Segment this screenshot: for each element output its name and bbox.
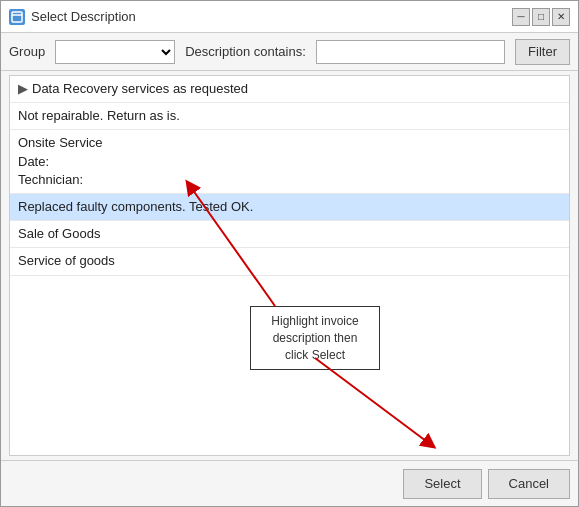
title-controls: ─ □ ✕ (512, 8, 570, 26)
description-input[interactable] (316, 40, 505, 64)
content-area: ▶ Data Recovery services as requested No… (9, 75, 570, 456)
list-item[interactable]: Onsite ServiceDate:Technician: (10, 130, 569, 194)
arrow-indicator: ▶ (18, 80, 28, 98)
select-description-window: Select Description ─ □ ✕ Group Descripti… (0, 0, 579, 507)
select-button[interactable]: Select (403, 469, 481, 499)
list-item-text: Replaced faulty components. Tested OK. (18, 199, 253, 214)
group-label: Group (9, 44, 45, 59)
annotation-text: Highlight invoice description then click… (271, 314, 358, 362)
close-button[interactable]: ✕ (552, 8, 570, 26)
list-item-selected[interactable]: Replaced faulty components. Tested OK. (10, 194, 569, 221)
list-item[interactable]: Service of goods (10, 248, 569, 275)
group-select[interactable] (55, 40, 175, 64)
list-item-text: Service of goods (18, 253, 115, 268)
list-item[interactable]: Sale of Goods (10, 221, 569, 248)
filter-button[interactable]: Filter (515, 39, 570, 65)
window-title: Select Description (31, 9, 136, 24)
toolbar: Group Description contains: Filter (1, 33, 578, 71)
description-contains-label: Description contains: (185, 44, 306, 59)
svg-line-3 (315, 358, 430, 444)
annotation-box: Highlight invoice description then click… (250, 306, 380, 370)
list-item[interactable]: Not repairable. Return as is. (10, 103, 569, 130)
footer: Select Cancel (1, 460, 578, 506)
list-item[interactable]: ▶ Data Recovery services as requested (10, 76, 569, 103)
window-icon (9, 9, 25, 25)
svg-rect-0 (12, 12, 22, 22)
list-item-text: Data Recovery services as requested (32, 80, 561, 98)
list-item-text: Onsite ServiceDate:Technician: (18, 135, 103, 186)
maximize-button[interactable]: □ (532, 8, 550, 26)
title-bar-left: Select Description (9, 9, 136, 25)
minimize-button[interactable]: ─ (512, 8, 530, 26)
title-bar: Select Description ─ □ ✕ (1, 1, 578, 33)
list-item-text: Not repairable. Return as is. (18, 108, 180, 123)
cancel-button[interactable]: Cancel (488, 469, 570, 499)
list-item-text: Sale of Goods (18, 226, 100, 241)
